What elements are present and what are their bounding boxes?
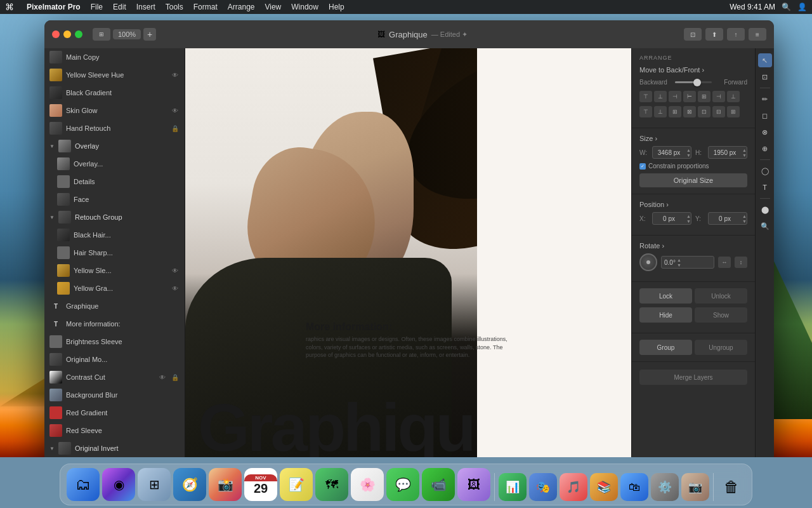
align-bottom-left[interactable]: ⊥ <box>727 91 740 102</box>
align-mid-right[interactable]: ⊣ <box>712 91 725 102</box>
select-tool[interactable]: ↖ <box>758 53 772 67</box>
menu-format[interactable]: Format <box>193 3 218 11</box>
layer-group-original-invert[interactable]: ▼ Original Invert <box>44 439 185 457</box>
dock-finder[interactable]: 🗂 <box>67 468 100 501</box>
dock-keynote[interactable]: 🎭 <box>529 473 557 501</box>
export-button[interactable]: ↑ <box>727 28 745 41</box>
layer-overlay-item[interactable]: Overlay... <box>44 155 185 173</box>
search-icon[interactable]: 🔍 <box>782 3 791 11</box>
dock-music[interactable]: 🎵 <box>560 473 587 501</box>
layer-brightness-sleeve[interactable]: Brightness Sleeve <box>44 333 185 351</box>
layer-black-hair[interactable]: Black Hair... <box>44 226 185 244</box>
slider-thumb[interactable] <box>693 79 701 86</box>
erase-tool[interactable]: ◻ <box>758 109 772 123</box>
dock-siri[interactable]: ◉ <box>102 468 135 501</box>
lock-button[interactable]: Lock <box>639 288 692 304</box>
rotate-spinners[interactable]: ▲ ▼ <box>677 258 681 267</box>
flip-horizontal-btn[interactable]: ↔ <box>718 257 731 268</box>
align-bottom-center[interactable]: ⊤ <box>639 106 652 117</box>
layer-background-blur[interactable]: Background Blur <box>44 386 185 404</box>
layer-group-overlay[interactable]: ▼ Overlay <box>44 137 185 155</box>
layer-contrast-cut[interactable]: Contrast Cut 👁 🔒 <box>44 368 185 386</box>
dock-systemprefs[interactable]: ⚙️ <box>651 473 679 501</box>
flip-vertical-btn[interactable]: ↕ <box>735 257 747 268</box>
layer-black-gradient[interactable]: Black Gradient <box>44 84 185 102</box>
minimize-button[interactable] <box>63 30 71 38</box>
apple-menu[interactable]: ⌘ <box>5 2 14 12</box>
x-down[interactable]: ▼ <box>686 219 691 224</box>
crop-tool[interactable]: ⊡ <box>758 70 772 84</box>
menu-window[interactable]: Window <box>291 3 318 11</box>
dock-maps[interactable]: 🗺 <box>315 468 348 501</box>
y-input[interactable]: 0 px ▲ ▼ <box>708 212 747 225</box>
merge-layers-button[interactable]: Merge Layers <box>639 370 747 385</box>
dock-photos[interactable]: 🌸 <box>351 468 384 501</box>
dock-calendar[interactable]: NOV 29 <box>244 468 277 501</box>
layers-panel[interactable]: Main Copy Yellow Sleeve Hue 👁 Black Grad… <box>44 48 185 457</box>
sidebar-toggle[interactable]: ⊞ <box>93 28 110 41</box>
hide-button[interactable]: Hide <box>639 307 692 323</box>
align-bottom-right[interactable]: ⊥ <box>654 106 667 117</box>
unlock-button[interactable]: Unlock <box>695 288 747 304</box>
align-mid-center[interactable]: ⊞ <box>698 91 710 102</box>
dock-messages[interactable]: 💬 <box>386 468 419 501</box>
rotate-wheel[interactable] <box>639 253 657 271</box>
layer-yellow-gradient[interactable]: Yellow Gra... 👁 <box>44 279 185 297</box>
app-name[interactable]: Pixelmator Pro <box>27 3 81 11</box>
show-button[interactable]: Show <box>695 307 747 323</box>
align-top-center[interactable]: ⊥ <box>654 91 667 102</box>
x-up[interactable]: ▲ <box>686 214 691 218</box>
share-button[interactable]: ⬆ <box>705 28 723 41</box>
layer-skin-glow[interactable]: Skin Glow 👁 <box>44 102 185 119</box>
layer-original-mo[interactable]: Original Mo... <box>44 351 185 368</box>
paint-tool[interactable]: ✏ <box>758 92 772 106</box>
menu-file[interactable]: File <box>91 3 103 11</box>
distribute-eq[interactable]: ⊡ <box>698 106 710 117</box>
x-input[interactable]: 0 px ▲ ▼ <box>652 212 691 225</box>
text-tool[interactable]: T <box>758 180 772 194</box>
menu-view[interactable]: View <box>265 3 281 11</box>
original-size-button[interactable]: Original Size <box>639 173 747 187</box>
y-spinners[interactable]: ▲ ▼ <box>742 214 747 224</box>
flip-h[interactable]: ⊟ <box>712 106 725 117</box>
back-front-slider[interactable] <box>675 81 712 83</box>
canvas-area[interactable]: 180° 90° 45° -45° Copy 0.5x 2x 3x 5x <box>185 48 631 457</box>
dock-numbers[interactable]: 📊 <box>499 473 527 501</box>
menu-tools[interactable]: Tools <box>166 3 183 11</box>
layer-red-sleeve[interactable]: Red Sleeve <box>44 422 185 439</box>
dock-appstore[interactable]: 🛍 <box>620 473 648 501</box>
y-down[interactable]: ▼ <box>742 219 747 224</box>
layer-red-gradient[interactable]: Red Gradient <box>44 404 185 422</box>
distribute-v[interactable]: ⊠ <box>683 106 696 117</box>
layer-more-info-text[interactable]: T More information: <box>44 315 185 333</box>
layer-graphique-text[interactable]: T Graphique <box>44 297 185 315</box>
dock-photos-calendar[interactable]: 📸 <box>209 468 242 501</box>
dock-safari[interactable]: 🧭 <box>173 468 206 501</box>
zoom-level[interactable]: 100% <box>113 29 141 39</box>
align-mid-left[interactable]: ⊢ <box>683 91 696 102</box>
y-up[interactable]: ▲ <box>742 214 747 218</box>
width-up[interactable]: ▲ <box>686 148 691 152</box>
align-top-right[interactable]: ⊣ <box>669 91 681 102</box>
clone-tool[interactable]: ⊗ <box>758 125 772 139</box>
layer-details[interactable]: Details <box>44 173 185 190</box>
height-input[interactable]: 1950 px ▲ ▼ <box>708 146 747 159</box>
layer-hand-retouch[interactable]: Hand Retouch 🔒 <box>44 119 185 137</box>
width-input[interactable]: 3468 px ▲ ▼ <box>652 146 691 159</box>
layer-yellow-sleeve-hue[interactable]: Yellow Sleeve Hue 👁 <box>44 66 185 84</box>
menu-help[interactable]: Help <box>329 3 344 11</box>
layer-yellow-sleeve[interactable]: Yellow Sle... 👁 <box>44 262 185 279</box>
layer-group-retouch[interactable]: ▼ Retouch Group <box>44 208 185 226</box>
add-layer-button[interactable]: + <box>143 28 156 41</box>
group-button[interactable]: Group <box>639 340 692 355</box>
user-icon[interactable]: 👤 <box>797 3 807 11</box>
rotate-up[interactable]: ▲ <box>677 258 681 262</box>
shape-tool[interactable]: ◯ <box>758 164 772 178</box>
dock-launchpad[interactable]: ⊞ <box>138 468 171 501</box>
layer-face[interactable]: Face <box>44 190 185 208</box>
rotate-down[interactable]: ▼ <box>677 263 681 267</box>
align-top-left[interactable]: ⊤ <box>639 91 652 102</box>
color-picker[interactable]: ⬤ <box>758 203 772 217</box>
more-options-button[interactable]: ≡ <box>749 28 766 41</box>
dock-books[interactable]: 📚 <box>590 473 618 501</box>
